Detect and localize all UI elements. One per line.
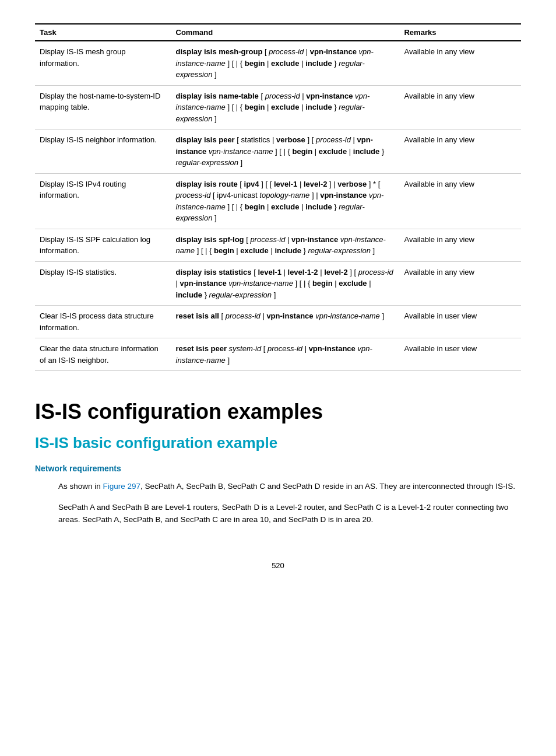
table-cell-remarks: Available in any view xyxy=(399,173,521,229)
command-part: begin xyxy=(214,246,234,255)
command-part: begin xyxy=(292,147,312,156)
table-header-remarks: Remarks xyxy=(399,24,521,41)
command-part: [ xyxy=(259,92,265,100)
command-part: | xyxy=(312,147,319,156)
table-row: Clear IS-IS process data structure infor… xyxy=(35,306,521,338)
command-part: | xyxy=(176,279,180,288)
command-part: exclude xyxy=(240,246,268,255)
command-part: [ statistics | xyxy=(235,135,276,144)
table-row: Display IS-IS SPF calculation log inform… xyxy=(35,229,521,261)
command-part: begin xyxy=(312,279,333,288)
command-part: process-id xyxy=(316,135,351,144)
command-part: ] xyxy=(212,114,216,123)
command-part: include xyxy=(305,202,332,211)
command-part: vpn-instance-name xyxy=(209,147,273,156)
command-part: display isis route xyxy=(176,180,238,188)
command-part: | xyxy=(367,279,371,288)
table-row: Display IS-IS neighbor information.displ… xyxy=(35,130,521,174)
table-cell-command: display isis peer [ statistics | verbose… xyxy=(171,130,400,174)
command-part: regular-expression xyxy=(308,246,370,255)
table-cell-command: display isis name-table [ process-id | v… xyxy=(171,85,400,130)
command-part: vpn-instance xyxy=(306,92,353,100)
command-part: process-id xyxy=(269,47,304,56)
subsection-title: IS-IS basic configuration example xyxy=(35,433,521,453)
command-part: vpn-instance xyxy=(310,47,357,56)
table-row: Display IS-IS statistics.display isis st… xyxy=(35,261,521,306)
command-part: ] xyxy=(371,246,375,255)
table-cell-remarks: Available in any view xyxy=(399,130,521,174)
table-cell-remarks: Available in user view xyxy=(399,338,521,371)
command-part: | xyxy=(265,59,271,68)
command-part: display isis name-table xyxy=(176,92,259,100)
command-part: | xyxy=(269,246,275,255)
command-part: ] [ [ xyxy=(259,180,274,188)
table-cell-remarks: Available in any view xyxy=(399,261,521,306)
command-part: } xyxy=(379,147,384,156)
command-part: [ xyxy=(210,191,217,200)
figure-297-link[interactable]: Figure 297 xyxy=(103,482,141,491)
table-cell-task: Display IS-IS neighbor information. xyxy=(35,130,171,174)
table-cell-task: Clear the data structure information of … xyxy=(35,338,171,371)
command-part: exclude xyxy=(319,147,347,156)
table-cell-command: display isis route [ ipv4 ] [ [ level-1 … xyxy=(171,173,400,229)
command-part: level-2 xyxy=(304,180,327,188)
command-part: ] [ | { xyxy=(226,202,245,211)
command-part: vpn-instance xyxy=(180,279,227,288)
command-part: | xyxy=(300,202,306,211)
command-part: vpn-instance xyxy=(309,344,356,353)
table-row: Display the host-name-to-system-ID mappi… xyxy=(35,85,521,130)
table-cell-remarks: Available in any view xyxy=(399,85,521,130)
command-part: process-id xyxy=(226,312,261,320)
command-part: process-id xyxy=(176,191,211,200)
command-part: | xyxy=(281,268,288,276)
command-part: display isis spf-log xyxy=(176,235,244,244)
command-part: regular-expression xyxy=(209,290,272,299)
table-cell-task: Display IS-IS statistics. xyxy=(35,261,171,306)
command-part: exclude xyxy=(271,202,299,211)
command-part: process-id xyxy=(358,268,393,276)
command-part: ] xyxy=(212,70,216,79)
command-part: | xyxy=(300,103,306,111)
paragraph-2: SecPath A and SecPath B are Level-1 rout… xyxy=(35,501,521,526)
command-part: include xyxy=(305,103,332,111)
table-cell-task: Clear IS-IS process data structure infor… xyxy=(35,306,171,338)
command-part: [ xyxy=(262,47,269,56)
command-part: ipv4 xyxy=(244,180,259,188)
command-part: | xyxy=(265,103,271,111)
table-header-command: Command xyxy=(171,24,400,41)
command-part: ] [ | { xyxy=(195,246,214,255)
command-part: verbose xyxy=(337,180,367,188)
command-table: Task Command Remarks Display IS-IS mesh … xyxy=(35,23,521,371)
command-part: | xyxy=(300,92,307,100)
command-part: verbose xyxy=(276,135,305,144)
command-part: ] [ xyxy=(348,268,358,276)
command-part: [ xyxy=(252,268,258,276)
command-part: ] xyxy=(226,356,230,365)
command-part: vpn-instance xyxy=(291,235,338,244)
command-part: exclude xyxy=(271,103,299,111)
command-part: [ xyxy=(219,312,226,320)
command-part: include xyxy=(275,246,301,255)
table-cell-command: display isis mesh-group [ process-id | v… xyxy=(171,41,400,85)
table-cell-remarks: Available in any view xyxy=(399,229,521,261)
command-part: } xyxy=(332,202,339,211)
command-part: level-2 xyxy=(324,268,347,276)
command-part: [ xyxy=(238,180,244,188)
command-part: begin xyxy=(245,59,265,68)
table-cell-task: Display IS-IS SPF calculation log inform… xyxy=(35,229,171,261)
table-cell-command: display isis spf-log [ process-id | vpn-… xyxy=(171,229,400,261)
command-part: | xyxy=(285,235,291,244)
command-part: include xyxy=(353,147,380,156)
command-part: | xyxy=(300,59,306,68)
command-part: ] xyxy=(380,312,384,320)
command-part: [ xyxy=(261,344,268,353)
table-row: Display IS-IS mesh group information.dis… xyxy=(35,41,521,85)
command-part: | xyxy=(302,344,309,353)
table-cell-task: Display the host-name-to-system-ID mappi… xyxy=(35,85,171,130)
command-part: | xyxy=(297,180,304,188)
command-part: vpn-instance xyxy=(320,191,367,200)
command-part: [ xyxy=(244,235,251,244)
command-part: ] xyxy=(238,158,242,167)
command-part: display isis peer xyxy=(176,135,235,144)
command-part: display isis mesh-group xyxy=(176,47,263,56)
